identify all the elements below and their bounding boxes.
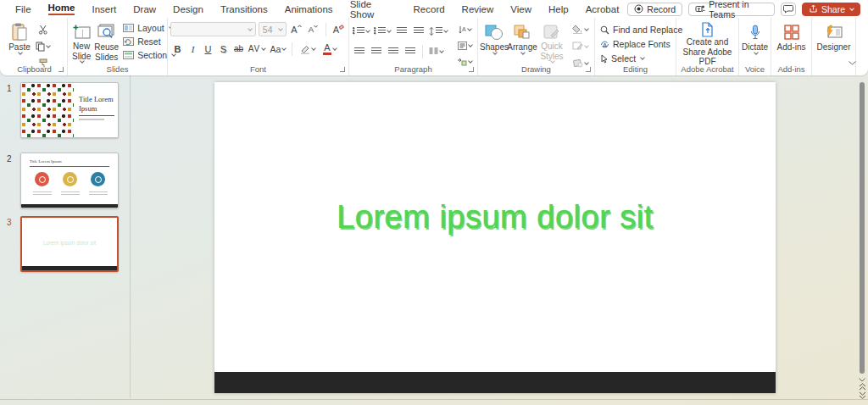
arrange-button[interactable]: Arrange	[508, 20, 537, 63]
teams-icon	[695, 4, 705, 14]
dictate-button[interactable]: Dictate	[742, 20, 768, 63]
decrease-font-size-button[interactable]: A	[306, 22, 320, 36]
align-center-button[interactable]	[369, 44, 383, 58]
shapes-button[interactable]: Shapes	[481, 20, 508, 63]
bullets-button[interactable]	[352, 24, 370, 38]
add-ins-group-label: Add-ins	[771, 64, 811, 74]
menu-home[interactable]: Home	[40, 0, 84, 18]
shape-fill-button[interactable]	[569, 22, 591, 36]
next-slide-button[interactable]	[858, 391, 866, 399]
editing-group-label: Editing	[595, 64, 676, 74]
new-slide-button[interactable]: New Slide	[70, 20, 92, 63]
designer-icon	[825, 22, 843, 42]
quick-styles-icon	[543, 22, 560, 42]
reuse-slides-button[interactable]: Reuse Slides	[92, 20, 120, 63]
menu-file[interactable]: File	[7, 0, 40, 18]
slide-1-number: 1	[7, 84, 12, 93]
font-dialog-launcher[interactable]	[340, 67, 345, 72]
reset-icon	[123, 37, 134, 46]
menu-record[interactable]: Record	[405, 0, 453, 18]
clipboard-group-label: Clipboard	[2, 64, 67, 74]
strikethrough-button[interactable]: ab	[231, 42, 246, 56]
slide-text[interactable]: Lorem ipsum dolor sit	[214, 199, 776, 236]
underline-button[interactable]: U	[201, 42, 215, 56]
increase-font-size-button[interactable]: A	[289, 22, 303, 36]
panel-divider[interactable]	[130, 75, 131, 398]
collapse-ribbon-button[interactable]	[845, 56, 860, 70]
columns-icon	[429, 47, 438, 55]
slide-3-thumbnail[interactable]: Lorem ipsum dolor sit	[20, 216, 119, 272]
clear-formatting-button[interactable]: A	[331, 22, 346, 36]
align-text-button[interactable]	[453, 38, 476, 53]
menu-help[interactable]: Help	[540, 0, 577, 18]
italic-button[interactable]: I	[186, 42, 200, 56]
record-button[interactable]: Record	[627, 3, 682, 16]
decrease-indent-button[interactable]	[394, 24, 409, 38]
previous-slide-button[interactable]	[858, 383, 866, 391]
slide-canvas[interactable]: Lorem ipsum dolor sit	[214, 82, 776, 393]
share-icon	[809, 4, 818, 14]
slide-2-thumbnail[interactable]: Title Lorem Ipsum	[20, 153, 119, 208]
select-button[interactable]: Select	[598, 53, 685, 64]
create-and-share-adobe-pdf-button[interactable]: Create and Share Adobe PDF	[679, 20, 736, 63]
menu-acrobat[interactable]: Acrobat	[577, 0, 628, 18]
comments-button[interactable]	[781, 3, 796, 16]
align-left-button[interactable]	[352, 44, 366, 58]
align-text-icon	[458, 42, 467, 50]
ribbon-home-tab: Paste Clipboard New Slide	[0, 18, 868, 75]
clipboard-dialog-launcher[interactable]	[58, 67, 64, 72]
menu-transitions[interactable]: Transitions	[212, 0, 276, 18]
add-ins-group: Add-ins Add-ins	[771, 18, 812, 75]
font-color-button[interactable]: A	[319, 42, 341, 56]
replace-fonts-icon: A	[600, 40, 609, 49]
quick-styles-button[interactable]: Quick Styles	[537, 20, 567, 63]
adobe-acrobat-group: Create and Share Adobe PDF Adobe Acrobat	[676, 18, 739, 75]
add-ins-button[interactable]: Add-ins	[774, 20, 809, 63]
menu-design[interactable]: Design	[164, 0, 212, 18]
line-spacing-icon	[429, 27, 434, 36]
find-and-replace-button[interactable]: Find and Replace	[598, 24, 685, 36]
menu-draw[interactable]: Draw	[125, 0, 164, 18]
columns-button[interactable]	[428, 44, 444, 58]
menu-slide-show[interactable]: Slide Show	[342, 0, 405, 18]
present-in-teams-button[interactable]: Present in Teams	[688, 3, 775, 16]
adobe-pdf-icon	[701, 22, 715, 37]
paste-button[interactable]: Paste	[4, 20, 35, 63]
change-case-button[interactable]: Aa	[268, 42, 288, 56]
align-right-button[interactable]	[386, 44, 400, 58]
cut-button[interactable]	[35, 22, 51, 36]
layout-icon	[123, 24, 134, 32]
numbering-button[interactable]	[373, 24, 392, 38]
vertical-scrollbar[interactable]	[860, 82, 865, 374]
voice-group-label: Voice	[739, 64, 771, 74]
voice-group: Dictate Voice	[739, 18, 771, 75]
copy-button[interactable]	[35, 39, 51, 53]
replace-fonts-button[interactable]: A Replace Fonts	[598, 38, 685, 50]
font-name-combo[interactable]	[170, 22, 256, 36]
menu-animations[interactable]: Animations	[276, 0, 342, 18]
drawing-dialog-launcher[interactable]	[586, 67, 591, 72]
text-direction-button[interactable]: A	[453, 22, 476, 36]
shape-outline-button[interactable]	[569, 39, 591, 53]
menu-view[interactable]: View	[502, 0, 540, 18]
slide-2-title: Title Lorem Ipsum	[30, 159, 62, 164]
paste-icon	[12, 22, 28, 42]
text-highlight-button[interactable]	[296, 42, 318, 56]
adobe-acrobat-group-label: Adobe Acrobat	[676, 64, 738, 74]
share-button[interactable]: Share	[802, 3, 860, 16]
drawing-group-label: Drawing	[478, 64, 594, 74]
increase-indent-button[interactable]	[411, 24, 426, 38]
menu-insert[interactable]: Insert	[83, 0, 125, 18]
font-size-combo[interactable]: 54	[259, 22, 287, 36]
menu-review[interactable]: Review	[453, 0, 503, 18]
slide-1-thumbnail[interactable]: Title Lorem Ipsum	[20, 82, 119, 138]
slides-group-label: Slides	[68, 64, 167, 74]
line-spacing-button[interactable]	[428, 24, 448, 38]
justify-button[interactable]	[403, 44, 417, 58]
bold-button[interactable]: B	[170, 42, 185, 56]
comment-icon	[783, 4, 793, 14]
character-spacing-button[interactable]: AV	[247, 42, 267, 56]
cursor-icon	[600, 54, 608, 64]
text-shadow-button[interactable]: S	[216, 42, 231, 56]
paragraph-dialog-launcher[interactable]	[469, 67, 474, 72]
